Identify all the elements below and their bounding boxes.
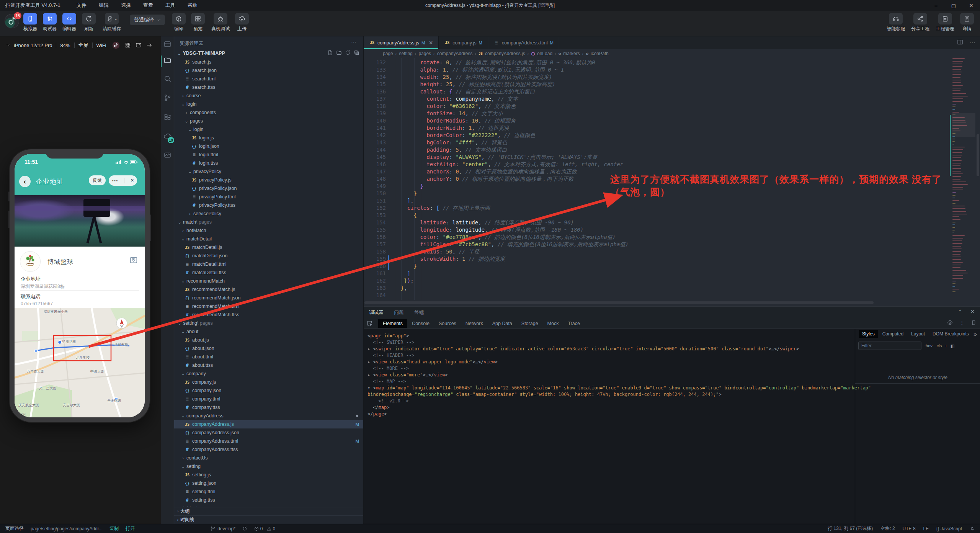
preview-button[interactable]: 预览 xyxy=(186,13,209,32)
dom-node[interactable]: bindregionchange="regioncharge" class="a… xyxy=(368,391,722,398)
open-path-button[interactable]: 打开 xyxy=(126,525,135,532)
tree-folder-match[interactable]: ⌄match \ pages xyxy=(174,218,364,226)
tree-folder-companyAddress[interactable]: ⌄companyAddress xyxy=(174,412,364,420)
tree-file-login.js[interactable]: JSlogin.js xyxy=(174,134,364,142)
breadcrumb-item[interactable]: companyAddress.js xyxy=(485,51,525,56)
tree-file-matchDetail.json[interactable]: {}matchDetail.json xyxy=(174,252,364,260)
tree-file-recommendMatch.ttml[interactable]: ≡recommendMatch.ttml xyxy=(174,302,364,311)
horizontal-scrollbar[interactable] xyxy=(364,301,874,304)
split-editor-icon[interactable] xyxy=(957,39,963,46)
upload-button[interactable]: 上传 xyxy=(230,13,253,32)
language-mode[interactable]: {} JavaScript xyxy=(936,526,962,531)
close-tab-icon[interactable]: ✕ xyxy=(429,40,433,46)
zoom-level[interactable]: 84% xyxy=(60,43,70,48)
clear-cache-button[interactable]: ⌄清除缓存 xyxy=(98,13,126,32)
menu-查看[interactable]: 查看 xyxy=(137,2,159,9)
inspect-element-icon[interactable] xyxy=(367,320,373,327)
sync-icon[interactable] xyxy=(242,526,247,531)
dom-node[interactable]: <!--v2.0--> xyxy=(378,398,408,404)
tree-file-search.json[interactable]: {}search.json xyxy=(174,66,364,75)
tab-companyAddress.ttml[interactable]: ≡companyAddress.ttmlM xyxy=(488,36,559,49)
devtools-tab-Elements[interactable]: Elements xyxy=(378,319,407,328)
support-button[interactable]: 智能客服 xyxy=(882,13,910,32)
network-type[interactable]: WiFi xyxy=(96,43,106,48)
tree-file-about.ttml[interactable]: ≡about.ttml xyxy=(174,353,364,361)
tree-file-about.json[interactable]: {}about.json xyxy=(174,344,364,353)
styles-filter-input[interactable]: Filter xyxy=(858,342,921,350)
styles-tab-Computed[interactable]: Computed xyxy=(879,330,906,338)
devtools-tab-Network[interactable]: Network xyxy=(461,319,488,328)
editor-more-icon[interactable]: ⋯ xyxy=(969,39,975,46)
maximize-button[interactable]: ▢ xyxy=(945,0,962,11)
douyin-avatar[interactable] xyxy=(112,41,120,49)
collapse-panel-icon[interactable]: ⌃ xyxy=(958,309,962,314)
location-share-icon[interactable] xyxy=(129,256,138,264)
close-button[interactable]: ✕ xyxy=(962,0,980,11)
breadcrumb-item[interactable]: iconPath xyxy=(591,51,609,56)
debug-tab-问题[interactable]: 问题 xyxy=(394,309,404,316)
screencast-icon[interactable] xyxy=(947,320,953,325)
styles-tab-Layout[interactable]: Layout xyxy=(908,330,928,338)
tab-companyAddress.js[interactable]: JScompanyAddress.jsM✕ xyxy=(364,36,439,49)
more-tabs-icon[interactable]: » xyxy=(973,331,977,338)
tree-folder-recommendMatch[interactable]: ⌄recommendMatch xyxy=(174,277,364,285)
pseudo-state-toggle[interactable]: :hov xyxy=(924,343,933,348)
tree-folder-login[interactable]: ⌄login xyxy=(174,125,364,134)
tree-folder-tabbar[interactable]: ⌄tabbar \ pages xyxy=(174,504,364,507)
tree-file-company.ttss[interactable]: #company.ttss xyxy=(174,403,364,412)
indent-setting[interactable]: 空格: 2 xyxy=(880,525,895,532)
capsule-more-icon[interactable]: ⋯ xyxy=(112,177,118,184)
tree-folder-setting[interactable]: ⌄setting xyxy=(174,462,364,471)
fullscreen-button[interactable]: 全屏 xyxy=(78,42,88,49)
tab-company.js[interactable]: JScompany.jsM xyxy=(439,36,488,49)
tree-file-company.ttml[interactable]: ≡company.ttml xyxy=(174,395,364,403)
minimap[interactable] xyxy=(952,58,975,300)
breadcrumb-item[interactable]: companyAddress xyxy=(437,51,473,56)
banner-photo[interactable] xyxy=(15,195,145,247)
tree-folder-setting[interactable]: ⌄setting \ pages xyxy=(174,319,364,327)
tree-file-setting.ttml[interactable]: ≡setting.ttml xyxy=(174,487,364,496)
capsule-close-icon[interactable]: ✕ xyxy=(131,178,134,183)
tree-file-setting.json[interactable]: {}setting.json xyxy=(174,479,364,487)
tree-folder-contactUs[interactable]: ›contactUs xyxy=(174,454,364,462)
menu-编辑[interactable]: 编辑 xyxy=(93,2,115,9)
styles-tab-DOM Breakpoints[interactable]: DOM Breakpoints xyxy=(929,330,972,338)
monitor-icon[interactable] xyxy=(163,151,172,160)
tree-folder-hotMatch[interactable]: ›hotMatch xyxy=(174,226,364,235)
tree-file-setting.js[interactable]: JSsetting.js xyxy=(174,471,364,479)
copy-path-button[interactable]: 复制 xyxy=(109,525,119,532)
tree-file-search.ttss[interactable]: #search.ttss xyxy=(174,83,364,92)
dom-node[interactable]: </page> xyxy=(368,411,387,417)
dom-node[interactable]: <!-- HEADER --> xyxy=(373,352,414,359)
panel-layout-icon[interactable]: ◧ xyxy=(951,343,954,348)
styles-tab-Styles[interactable]: Styles xyxy=(859,330,878,338)
tree-file-companyAddress.ttml[interactable]: ≡companyAddress.ttmlM xyxy=(174,437,364,445)
tree-folder-components[interactable]: ›components xyxy=(174,108,364,117)
tree-folder-course[interactable]: ›course xyxy=(174,92,364,100)
tree-file-matchDetail.ttss[interactable]: #matchDetail.ttss xyxy=(174,268,364,277)
feedback-button[interactable]: 反馈 xyxy=(89,175,106,185)
tree-file-privacyPolicy.ttml[interactable]: ≡privacyPolicy.ttml xyxy=(174,193,364,201)
details-button[interactable]: 详情 xyxy=(956,13,978,32)
tree-file-login.json[interactable]: {}login.json xyxy=(174,142,364,150)
devtools-tab-Mock[interactable]: Mock xyxy=(543,319,564,328)
dom-node[interactable]: ▸ <swiper indicator-dots="true" autoplay… xyxy=(368,346,799,352)
tree-folder-servicePolicy[interactable]: ›servicePolicy xyxy=(174,209,364,218)
devtools-tab-App Data[interactable]: App Data xyxy=(488,319,517,328)
git-branch[interactable]: develop* xyxy=(211,526,235,531)
git-icon[interactable] xyxy=(163,94,172,102)
menu-帮助[interactable]: 帮助 xyxy=(181,2,204,9)
chevron-down-icon[interactable] xyxy=(6,43,11,47)
map-view[interactable]: 深圳市凤光小学星湖花园华日天鹅北斗学校万年青大厦中浩大厦又一居大厦庆安航空大厦安… xyxy=(15,308,145,417)
tree-folder-company[interactable]: ⌄company xyxy=(174,370,364,378)
tree-file-login.ttss[interactable]: #login.ttss xyxy=(174,159,364,167)
dom-node[interactable]: <page id="app"> xyxy=(368,333,409,339)
share-project-button[interactable]: 分享工程 xyxy=(906,13,934,32)
eol[interactable]: LF xyxy=(923,526,929,531)
tree-file-login.ttml[interactable]: ≡login.ttml xyxy=(174,150,364,159)
breadcrumb-item[interactable]: onLoad xyxy=(537,51,552,56)
tree-folder-about[interactable]: ⌄about xyxy=(174,327,364,336)
dom-node[interactable]: ▾ <map id="map" longitude="114.100645" l… xyxy=(368,385,871,391)
compile-mode-select[interactable]: 普通编译 xyxy=(130,15,165,25)
menu-文件[interactable]: 文件 xyxy=(70,2,93,9)
